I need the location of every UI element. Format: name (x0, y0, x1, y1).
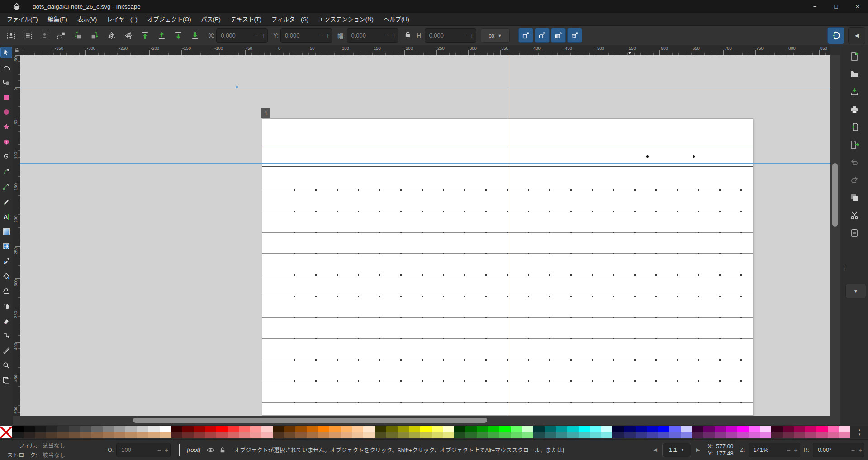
color-swatch[interactable] (352, 432, 363, 439)
color-swatch[interactable] (499, 432, 511, 439)
color-swatch[interactable] (703, 426, 715, 432)
color-swatch[interactable] (341, 426, 352, 432)
color-swatch[interactable] (375, 426, 386, 432)
color-swatch[interactable] (91, 432, 103, 439)
color-swatch[interactable] (658, 432, 669, 439)
color-swatch[interactable] (171, 426, 182, 432)
color-swatch[interactable] (669, 426, 681, 432)
h-minus-button[interactable]: − (461, 32, 468, 39)
pencil-tool[interactable] (0, 166, 12, 178)
menu-layer[interactable]: レイヤー(L) (102, 13, 142, 26)
selector-tool[interactable] (0, 47, 12, 58)
fill-stroke-indicator[interactable]: フィル:該当なし ストローク:該当なし (5, 441, 95, 459)
color-swatch[interactable] (783, 432, 794, 439)
export-button[interactable] (846, 137, 863, 152)
color-swatch[interactable] (35, 432, 46, 439)
lower-to-bottom-button[interactable] (187, 28, 204, 43)
color-swatch[interactable] (250, 432, 261, 439)
color-swatch[interactable] (545, 426, 556, 432)
y-field[interactable]: 0.000−+ (280, 28, 332, 43)
color-swatch[interactable] (160, 426, 171, 432)
color-swatch[interactable] (69, 426, 80, 432)
color-swatch[interactable] (533, 426, 545, 432)
connector-tool[interactable] (0, 330, 12, 342)
horizontal-scrollbar[interactable] (13, 416, 840, 425)
opacity-field[interactable]: 100 − + (116, 443, 171, 457)
color-swatch[interactable] (114, 426, 125, 432)
color-swatch[interactable] (647, 432, 658, 439)
color-swatch[interactable] (194, 432, 205, 439)
color-swatch[interactable] (114, 432, 125, 439)
color-swatch[interactable] (533, 432, 545, 439)
rotate-ccw-button[interactable] (70, 28, 86, 43)
document-print-button[interactable] (846, 102, 863, 117)
color-swatch[interactable] (636, 432, 647, 439)
color-swatch[interactable] (454, 426, 465, 432)
color-swatch[interactable] (771, 432, 783, 439)
color-swatch[interactable] (624, 432, 636, 439)
flip-vertical-button[interactable] (120, 28, 137, 43)
maximize-button[interactable]: □ (825, 0, 847, 13)
color-swatch[interactable] (511, 432, 522, 439)
menu-view[interactable]: 表示(V) (72, 13, 102, 26)
color-swatch[interactable] (647, 426, 658, 432)
color-swatch[interactable] (737, 432, 749, 439)
ellipse-tool[interactable] (0, 106, 12, 118)
color-swatch[interactable] (601, 426, 612, 432)
ruler-corner[interactable] (13, 45, 20, 55)
y-minus-button[interactable]: − (317, 32, 324, 39)
menu-object[interactable]: オブジェクト(O) (142, 13, 196, 26)
rotation-field[interactable]: 0.00° − + (813, 443, 864, 457)
color-swatch[interactable] (839, 426, 850, 432)
box-3d-tool[interactable] (0, 136, 12, 148)
color-swatch[interactable] (409, 432, 420, 439)
color-swatch[interactable] (103, 426, 114, 432)
color-swatch[interactable] (828, 432, 839, 439)
vertical-guide[interactable] (507, 55, 507, 416)
menu-file[interactable]: ファイル(F) (2, 13, 43, 26)
color-swatch[interactable] (692, 426, 703, 432)
color-swatch[interactable] (307, 432, 318, 439)
menu-text[interactable]: テキスト(T) (226, 13, 266, 26)
horizontal-guide[interactable] (20, 163, 830, 164)
color-swatch[interactable] (726, 432, 737, 439)
color-swatch[interactable] (794, 432, 805, 439)
layer-visibility-toggle[interactable] (207, 447, 214, 453)
color-swatch[interactable] (465, 426, 477, 432)
color-swatch[interactable] (228, 432, 239, 439)
color-swatch[interactable] (783, 426, 794, 432)
opacity-minus-button[interactable]: − (156, 446, 163, 454)
color-swatch[interactable] (488, 432, 499, 439)
color-swatch[interactable] (137, 426, 148, 432)
color-swatch[interactable] (420, 426, 432, 432)
current-layer-label[interactable]: [root] (187, 446, 200, 453)
canvas[interactable]: 1 (20, 55, 830, 416)
color-swatch[interactable] (726, 426, 737, 432)
color-swatch[interactable] (522, 432, 533, 439)
zoom-field[interactable]: 141% − + (749, 443, 800, 457)
select-all-layers-button[interactable] (19, 28, 36, 43)
color-swatch[interactable] (499, 426, 511, 432)
color-swatch[interactable] (80, 426, 91, 432)
color-swatch[interactable] (318, 432, 329, 439)
rectangle-tool[interactable] (0, 91, 12, 103)
next-page-button[interactable]: ▶ (695, 447, 701, 453)
color-swatch[interactable] (295, 432, 307, 439)
color-swatch[interactable] (545, 432, 556, 439)
color-swatch[interactable] (692, 432, 703, 439)
palette-down-icon[interactable]: ▼ (858, 432, 861, 437)
close-button[interactable]: × (847, 0, 868, 13)
color-swatch[interactable] (681, 432, 692, 439)
color-swatch[interactable] (386, 426, 398, 432)
color-swatch[interactable] (57, 426, 69, 432)
tweak-tool[interactable] (0, 285, 12, 297)
color-swatch[interactable] (250, 426, 261, 432)
color-swatch[interactable] (239, 432, 250, 439)
collapse-toolbar-button[interactable]: ◀ (848, 27, 865, 44)
color-swatch[interactable] (658, 426, 669, 432)
duplicate-button[interactable] (846, 190, 863, 205)
select-touch-button[interactable] (53, 28, 70, 43)
move-gradients-toggle[interactable] (551, 28, 566, 43)
color-swatch[interactable] (307, 426, 318, 432)
color-swatch[interactable] (171, 432, 182, 439)
